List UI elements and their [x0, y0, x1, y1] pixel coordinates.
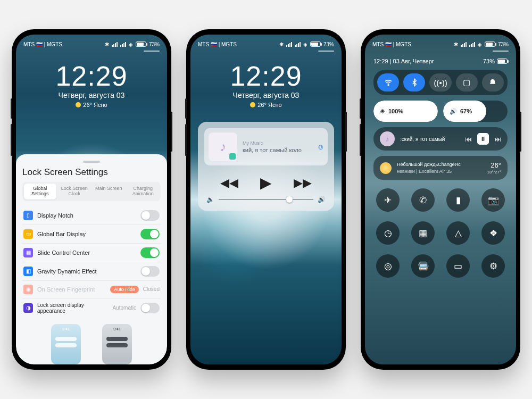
- clock-time: 12:29: [16, 60, 167, 92]
- theme-dark[interactable]: 9:41 Dark: [102, 324, 132, 364]
- signal-icon-2: [295, 42, 301, 47]
- cc-track: :ский, я тот самый: [400, 136, 460, 142]
- volume-slider[interactable]: [219, 199, 313, 200]
- wifi-icon: ◈: [303, 41, 307, 47]
- layers-shortcut[interactable]: ❖: [481, 221, 505, 245]
- tab-main[interactable]: Main Screen: [93, 184, 125, 200]
- album-art[interactable]: ♪: [209, 132, 237, 161]
- calculator-shortcut[interactable]: ▦: [411, 221, 435, 245]
- row-appearance[interactable]: ◑ Lock screen display appearance Automat…: [22, 298, 161, 318]
- camera-shortcut[interactable]: 📷: [481, 188, 505, 212]
- gravity-icon: ◧: [23, 267, 33, 276]
- connectivity-row: ((•)) ▢: [373, 70, 508, 95]
- signal-icon: [461, 42, 467, 47]
- row-display-notch[interactable]: ▯ Display Notch: [22, 206, 161, 225]
- battery-icon: [485, 41, 495, 47]
- cc-media-player[interactable]: ♪ :ский, я тот самый ⏮ II ⏭: [373, 127, 508, 151]
- timer-shortcut[interactable]: ◷: [376, 221, 400, 245]
- album-art-small: ♪: [380, 131, 395, 146]
- music-source: My Music: [243, 140, 302, 146]
- row-global-bar[interactable]: ▭ Global Bar Display: [22, 225, 161, 244]
- weather-sun-icon: [380, 162, 392, 174]
- toggle-gravity[interactable]: [140, 266, 160, 277]
- prev-button[interactable]: ⏮: [465, 135, 472, 143]
- settings-sheet[interactable]: Lock Screen Settings Global Settings Loc…: [16, 154, 167, 364]
- compass-shortcut[interactable]: ◎: [376, 254, 400, 278]
- bluetooth-icon: ✱: [279, 41, 284, 47]
- source-badge: [229, 153, 236, 160]
- hotspot-toggle[interactable]: ((•)): [429, 73, 451, 92]
- wifi-toggle[interactable]: [377, 73, 399, 92]
- battery-saver-toggle[interactable]: ▢: [456, 73, 478, 92]
- settings-tabs[interactable]: Global Settings Lock Screen Clock Main S…: [22, 182, 161, 201]
- signal-icon-2: [469, 42, 475, 47]
- phone-frame-2: MTS 🇷🇺 | MGTS ✱ ◈ 73% 12:29 Четверг, авг…: [186, 29, 346, 370]
- clock-date: Четверг, августа 03: [16, 91, 167, 99]
- flashlight-toggle[interactable]: ▮: [446, 188, 470, 212]
- tab-charging[interactable]: Charging Animation: [127, 184, 160, 200]
- tab-lockclock[interactable]: Lock Screen Clock: [59, 184, 91, 200]
- sheet-title: Lock Screen Settings: [22, 167, 161, 178]
- row-gravity[interactable]: ◧ Gravity Dynamic Effect: [22, 262, 161, 281]
- next-button[interactable]: ⏭: [494, 135, 501, 143]
- pyramid-shortcut[interactable]: △: [446, 221, 470, 245]
- theme-light[interactable]: 9:41 Light Color: [51, 324, 81, 364]
- transit-shortcut[interactable]: 🚍: [411, 254, 435, 278]
- brightness-slider[interactable]: ☀100%: [373, 101, 438, 122]
- volume-low-icon: 🔈: [206, 196, 214, 203]
- phone-frame-3: MTS 🇷🇺 | MGTS ✱ ◈ 73% 12:29 | 03 Авг, Че…: [361, 29, 520, 370]
- settings-shortcut[interactable]: ⚙: [481, 254, 505, 278]
- lock-clock: 12:29 Четверг, августа 03 26° Ясно: [190, 60, 342, 108]
- dnd-toggle[interactable]: [482, 73, 504, 92]
- appearance-icon: ◑: [23, 303, 33, 313]
- bluetooth-icon: ✱: [454, 41, 458, 47]
- phone-frame-1: MTS 🇷🇺 | MGTS ✱ ◈ 73% 12:29 Четверг, авг…: [12, 29, 171, 370]
- music-track: кий, я тот самый коло: [243, 147, 302, 153]
- bar-icon: ▭: [23, 229, 33, 239]
- wifi-icon: ◈: [129, 41, 133, 47]
- volume-icon: 🔊: [450, 108, 457, 115]
- row-fingerprint[interactable]: ◉ On Screen Fingerprint Auto Hide Closed: [22, 281, 161, 298]
- status-bar: MTS 🇷🇺 | MGTS ✱ ◈ 73%: [190, 38, 342, 51]
- cc-time: 12:29: [373, 58, 388, 64]
- appearance-value: Automatic: [113, 305, 136, 311]
- phone-shortcut[interactable]: ✆: [411, 188, 435, 212]
- carrier-label: MTS 🇷🇺 | MGTS: [23, 41, 62, 47]
- control-center[interactable]: 12:29 | 03 Авг, Четверг 73% ((•)) ▢ ☀100…: [365, 35, 516, 285]
- play-button[interactable]: ▶: [260, 174, 272, 192]
- weather-text: 26° Ясно: [83, 102, 107, 108]
- toggle-appearance[interactable]: [140, 303, 160, 313]
- toggle-globalbar[interactable]: [140, 229, 160, 239]
- bluetooth-toggle[interactable]: [403, 73, 425, 92]
- sheet-handle[interactable]: [83, 161, 100, 163]
- lock-clock: 12:29 Четверг, августа 03 26° Ясно: [16, 60, 167, 108]
- quick-toggle-grid: ✈ ✆ ▮ 📷 ◷ ▦ △ ❖ ◎ 🚍 ▭ ⚙: [373, 186, 508, 278]
- volume-slider[interactable]: 🔊67%: [443, 101, 508, 122]
- wx-line1: Небольшой дождьChangeЯс: [397, 161, 482, 168]
- phone-icon: ▯: [23, 211, 33, 220]
- battery-icon: [136, 41, 146, 47]
- pause-button[interactable]: II: [477, 133, 489, 145]
- sun-icon: [250, 102, 255, 107]
- weather-card[interactable]: Небольшой дождьChangeЯс невники | Excell…: [373, 156, 508, 180]
- wx-range: 18°/27°: [487, 170, 501, 175]
- rewind-button[interactable]: ◀◀: [220, 176, 238, 190]
- wifi-icon: ◈: [478, 41, 482, 47]
- wallet-shortcut[interactable]: ▭: [446, 254, 470, 278]
- cast-icon[interactable]: ⌾: [318, 142, 323, 152]
- signal-icon-2: [120, 42, 126, 47]
- tab-global[interactable]: Global Settings: [24, 184, 56, 200]
- signal-icon: [112, 42, 118, 47]
- fingerprint-icon: ◉: [23, 285, 33, 294]
- music-widget[interactable]: ♪ My Music кий, я тот самый коло ⌾ ◀◀ ▶ …: [198, 122, 334, 211]
- row-slide-cc[interactable]: ▦ Slide Control Center: [22, 244, 161, 262]
- sun-icon: [76, 102, 81, 107]
- telegram-shortcut[interactable]: ✈: [376, 188, 400, 212]
- auto-hide-pill[interactable]: Auto Hide: [110, 286, 139, 293]
- toggle-notch[interactable]: [140, 210, 160, 221]
- toggle-slide[interactable]: [140, 247, 160, 258]
- forward-button[interactable]: ▶▶: [294, 176, 312, 190]
- bluetooth-icon: ✱: [105, 41, 109, 47]
- status-bar: MTS 🇷🇺 | MGTS ✱ ◈ 73%: [365, 38, 516, 51]
- wx-temp: 26°: [487, 161, 501, 170]
